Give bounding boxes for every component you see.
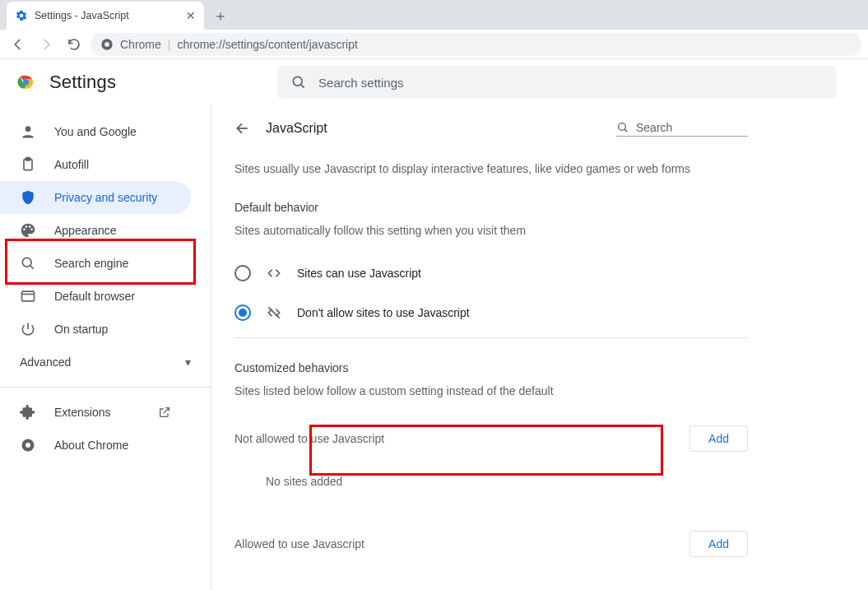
chrome-logo-icon [16,72,36,92]
sidebar-item-search-engine[interactable]: Search engine [0,247,191,280]
gear-icon [15,9,28,22]
radio-allow-js[interactable]: Sites can use Javascript [234,253,748,293]
person-icon [20,123,36,140]
search-settings-input[interactable]: Search settings [277,66,837,99]
palette-icon [20,222,36,239]
radio-label: Sites can use Javascript [297,267,421,280]
external-link-icon [158,406,171,419]
sidebar-item-label: Extensions [54,406,110,419]
radio-button-icon [234,304,251,321]
search-icon [290,74,307,91]
address-bar[interactable]: Chrome | chrome://settings/content/javas… [91,33,861,56]
svg-point-12 [26,443,30,448]
no-sites-text: No sites added [234,463,748,499]
sidebar-item-privacy-security[interactable]: Privacy and security [0,181,191,214]
browser-tab-strip: Settings - JavaScript ✕ ＋ [0,0,868,30]
sidebar: You and Google Autofill Privacy and secu… [0,105,211,590]
sidebar-item-label: Autofill [54,158,89,171]
radio-label: Don't allow sites to use Javascript [297,306,470,319]
svg-point-13 [619,123,626,130]
content-title: JavaScript [266,121,327,136]
allowed-heading: Allowed to use Javascript [234,537,364,551]
sidebar-item-label: Search engine [54,257,128,270]
svg-point-6 [26,126,31,132]
reload-button[interactable] [63,33,86,56]
sidebar-item-label: On startup [54,323,108,336]
close-icon[interactable]: ✕ [186,9,196,22]
not-allowed-heading: Not allowed to use Javascript [234,432,384,445]
url-prefix: Chrome [120,38,161,51]
clipboard-icon [20,156,36,173]
svg-rect-8 [26,158,30,160]
search-icon [616,121,629,134]
extension-icon [20,404,36,420]
content-description: Sites usually use Javascript to display … [234,160,748,178]
svg-point-5 [293,77,302,86]
power-icon [20,321,36,337]
browser-toolbar: Chrome | chrome://settings/content/javas… [0,30,868,59]
customized-behaviors-sub: Sites listed below follow a custom setti… [234,384,748,397]
sidebar-item-label: About Chrome [54,439,128,452]
tab-title: Settings - JavaScript [35,10,129,21]
svg-point-1 [104,42,109,47]
add-not-allowed-button[interactable]: Add [689,425,748,452]
settings-header: Settings Search settings [0,59,868,105]
svg-rect-10 [22,291,35,301]
sidebar-item-about-chrome[interactable]: About Chrome [0,429,191,462]
sidebar-item-label: Privacy and security [54,191,157,204]
chrome-icon [20,437,36,453]
browser-tab[interactable]: Settings - JavaScript ✕ [7,2,204,30]
sidebar-advanced-toggle[interactable]: Advanced ▾ [0,346,211,379]
sidebar-item-you-and-google[interactable]: You and Google [0,115,191,148]
chevron-down-icon: ▾ [185,355,191,369]
divider [234,337,748,338]
default-behavior-heading: Default behavior [234,201,748,214]
new-tab-button[interactable]: ＋ [209,4,232,27]
page-title: Settings [49,72,116,93]
advanced-label: Advanced [20,355,71,369]
svg-point-4 [25,81,29,85]
sidebar-item-label: Default browser [54,290,135,303]
code-off-icon [266,304,282,321]
search-placeholder: Search settings [318,76,403,90]
back-button[interactable] [7,33,30,56]
shield-icon [20,189,36,206]
browser-icon [20,288,36,304]
sidebar-item-appearance[interactable]: Appearance [0,214,191,247]
url-text: chrome://settings/content/javascript [177,38,357,51]
radio-block-js[interactable]: Don't allow sites to use Javascript [234,293,748,332]
add-allowed-button[interactable]: Add [689,531,748,557]
svg-point-9 [22,258,31,267]
divider [0,387,211,388]
divider: | [168,38,171,51]
search-placeholder: Search [636,121,672,134]
sidebar-item-on-startup[interactable]: On startup [0,313,191,346]
content-pane: JavaScript Search Sites usually use Java… [211,105,771,590]
code-icon [266,265,282,281]
sidebar-item-autofill[interactable]: Autofill [0,148,191,181]
customized-behaviors-heading: Customized behaviors [234,361,748,374]
sidebar-item-label: Appearance [54,224,117,237]
sidebar-item-default-browser[interactable]: Default browser [0,280,191,313]
forward-button[interactable] [35,33,58,56]
chrome-badge-icon [100,38,114,51]
content-search-input[interactable]: Search [616,121,748,137]
back-arrow-button[interactable] [234,120,251,137]
search-icon [20,255,36,272]
sidebar-item-extensions[interactable]: Extensions [0,396,191,429]
radio-button-icon [234,265,251,281]
sidebar-item-label: You and Google [54,125,137,138]
default-behavior-sub: Sites automatically follow this setting … [234,224,748,237]
